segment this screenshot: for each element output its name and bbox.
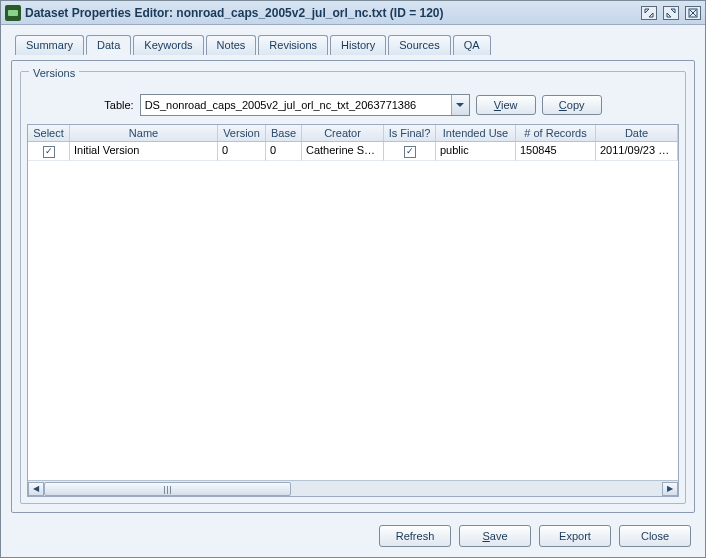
scroll-left-button[interactable]: ◀	[28, 482, 44, 496]
tab-history[interactable]: History	[330, 35, 386, 55]
tab-keywords[interactable]: Keywords	[133, 35, 203, 55]
col-records[interactable]: # of Records	[516, 125, 596, 141]
view-button[interactable]: View	[476, 95, 536, 115]
app-icon	[5, 5, 21, 21]
window-frame: Dataset Properties Editor: nonroad_caps_…	[0, 0, 706, 558]
versions-legend: Versions	[29, 67, 79, 79]
col-base[interactable]: Base	[266, 125, 302, 141]
cell-base: 0	[266, 142, 302, 161]
chevron-down-icon[interactable]	[451, 95, 469, 115]
row-select-checkbox[interactable]	[43, 146, 55, 158]
view-button-rest: iew	[501, 99, 518, 111]
scroll-thumb[interactable]	[44, 482, 291, 496]
table-selector-row: Table: View Copy	[27, 90, 679, 124]
col-creator[interactable]: Creator	[302, 125, 384, 141]
cell-date: 2011/09/23 14:1	[596, 142, 678, 161]
col-select[interactable]: Select	[28, 125, 70, 141]
horizontal-scrollbar[interactable]: ◀ ▶	[28, 480, 678, 496]
col-intended-use[interactable]: Intended Use	[436, 125, 516, 141]
versions-table: Select Name Version Base Creator Is Fina…	[27, 124, 679, 497]
table-header: Select Name Version Base Creator Is Fina…	[28, 125, 678, 142]
scroll-right-button[interactable]: ▶	[662, 482, 678, 496]
window-title: Dataset Properties Editor: nonroad_caps_…	[25, 6, 637, 20]
cell-name: Initial Version	[70, 142, 218, 161]
minimize-internal-button[interactable]	[641, 6, 657, 20]
export-button[interactable]: Export	[539, 525, 611, 547]
close-window-button[interactable]	[685, 6, 701, 20]
scroll-track[interactable]	[44, 482, 662, 496]
cell-is-final	[384, 142, 436, 161]
save-button[interactable]: Save	[459, 525, 531, 547]
copy-button[interactable]: Copy	[542, 95, 602, 115]
col-is-final[interactable]: Is Final?	[384, 125, 436, 141]
tab-qa[interactable]: QA	[453, 35, 491, 55]
cell-version: 0	[218, 142, 266, 161]
col-date[interactable]: Date	[596, 125, 678, 141]
col-version[interactable]: Version	[218, 125, 266, 141]
titlebar: Dataset Properties Editor: nonroad_caps_…	[1, 1, 705, 25]
close-button[interactable]: Close	[619, 525, 691, 547]
table-row[interactable]: Initial Version 0 0 Catherine Se... publ…	[28, 142, 678, 161]
cell-intended-use: public	[436, 142, 516, 161]
tab-summary[interactable]: Summary	[15, 35, 84, 55]
versions-fieldset: Versions Table: View Copy Select Name Ve…	[20, 71, 686, 504]
refresh-button[interactable]: Refresh	[379, 525, 451, 547]
tab-data[interactable]: Data	[86, 35, 131, 55]
tab-strip: Summary Data Keywords Notes Revisions Hi…	[11, 35, 695, 55]
copy-button-rest: opy	[567, 99, 585, 111]
is-final-checkbox[interactable]	[404, 146, 416, 158]
tab-panel-data: Versions Table: View Copy Select Name Ve…	[11, 60, 695, 513]
window-controls	[641, 6, 701, 20]
cell-creator: Catherine Se...	[302, 142, 384, 161]
bottom-button-bar: Refresh Save Export Close	[11, 519, 695, 549]
table-body: Initial Version 0 0 Catherine Se... publ…	[28, 142, 678, 480]
tab-notes[interactable]: Notes	[206, 35, 257, 55]
table-label: Table:	[104, 99, 133, 111]
maximize-button[interactable]	[663, 6, 679, 20]
cell-select[interactable]	[28, 142, 70, 161]
cell-records: 150845	[516, 142, 596, 161]
col-name[interactable]: Name	[70, 125, 218, 141]
table-combo[interactable]	[140, 94, 470, 116]
save-button-rest: ave	[490, 530, 508, 542]
table-combo-input[interactable]	[141, 95, 451, 115]
tab-revisions[interactable]: Revisions	[258, 35, 328, 55]
tab-sources[interactable]: Sources	[388, 35, 450, 55]
content-area: Summary Data Keywords Notes Revisions Hi…	[1, 25, 705, 557]
